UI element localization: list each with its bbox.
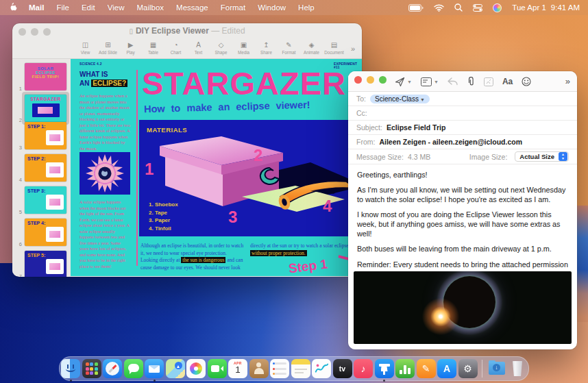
dock-icon-pages[interactable]: ✎ — [417, 359, 436, 378]
recipient-token[interactable]: Science-Class▼ — [370, 95, 430, 103]
window-controls[interactable] — [354, 76, 387, 84]
toolbar-view-button[interactable]: ◫View — [74, 42, 97, 55]
active-app-name[interactable]: Mail — [29, 3, 44, 12]
to-field[interactable]: To: Science-Class▼ — [348, 92, 577, 106]
dock-icon-facetime[interactable] — [208, 359, 227, 378]
minimize-button[interactable] — [367, 76, 374, 84]
dock-icon-reminders[interactable] — [270, 359, 289, 378]
slide-number: 4 — [15, 177, 22, 183]
close-button[interactable] — [19, 28, 26, 36]
send-chevron-icon[interactable]: ▼ — [407, 79, 412, 84]
slide-canvas[interactable]: SCIENCE 4.2 EXPERIMENT #11 WHAT IS AN EC… — [71, 59, 362, 276]
menu-item-file[interactable]: File — [56, 3, 69, 12]
more-toolbar-icon[interactable]: » — [565, 76, 570, 86]
minimize-button[interactable] — [31, 28, 38, 36]
slide-thumbnail-5[interactable]: STEP 3: — [25, 186, 66, 214]
battery-icon[interactable] — [408, 4, 424, 12]
slide-thumbnail-4[interactable]: STEP 2: — [25, 154, 66, 182]
window-controls[interactable] — [19, 28, 51, 36]
dock-icon-trash[interactable] — [508, 359, 527, 378]
dock-icon-safari[interactable] — [103, 359, 122, 378]
apple-menu-icon[interactable] — [8, 3, 18, 12]
insert-photo-icon[interactable] — [484, 77, 493, 86]
dock-icon-freeform[interactable] — [312, 359, 331, 378]
toolbar-animate-button[interactable]: ◈Animate — [300, 42, 323, 55]
dock-icon-numbers[interactable] — [395, 359, 415, 378]
recipient-chevron-icon[interactable]: ▼ — [420, 97, 425, 102]
attach-button[interactable] — [467, 77, 475, 87]
dock-icon-music[interactable]: ♪ — [354, 359, 373, 378]
toolbar-add-slide-button[interactable]: ⊞Add Slide — [97, 42, 119, 55]
menu-item-edit[interactable]: Edit — [82, 3, 95, 12]
menu-item-view[interactable]: View — [108, 3, 125, 12]
column-divider — [136, 70, 138, 266]
eclipse-photo-attachment[interactable] — [354, 271, 572, 344]
document-proxy-icon[interactable]: ▯ — [129, 27, 133, 35]
slide-navigator[interactable]: 1SOLARECLIPSEFIELD TRIP!2STARGAZER3STEP … — [12, 59, 71, 276]
menu-item-message[interactable]: Message — [176, 3, 208, 12]
shape-icon: ◇ — [210, 42, 232, 49]
dock-icon-photos[interactable] — [186, 359, 206, 378]
dock-icon-notes[interactable] — [291, 359, 310, 378]
dock-icon-messages[interactable] — [124, 359, 143, 378]
slide-thumbnail-2[interactable]: STARGAZER — [25, 95, 66, 122]
header-fields-chevron-icon[interactable]: ▼ — [434, 79, 439, 84]
reply-icon[interactable] — [448, 77, 458, 86]
emoji-button[interactable] — [522, 77, 531, 86]
from-field[interactable]: From: Aileen Zeigen - aileen.zeigen@iclo… — [348, 135, 577, 149]
menu-bar-clock[interactable]: Tue Apr 1 9:41 AM — [512, 3, 580, 12]
toolbar-table-button[interactable]: ▦Table — [142, 42, 164, 55]
eclipse-flare — [417, 293, 465, 341]
running-indicator — [70, 380, 72, 382]
zoom-button[interactable] — [379, 76, 387, 84]
dock-icon-maps[interactable] — [166, 359, 185, 378]
toolbar-media-button[interactable]: ▣Media — [232, 42, 255, 55]
menu-item-mailbox[interactable]: Mailbox — [136, 3, 164, 12]
slide-thumbnail-6[interactable]: STEP 4: — [25, 219, 66, 246]
menu-item-help[interactable]: Help — [298, 3, 315, 12]
subject-field[interactable]: Subject: Eclipse Field Trip — [348, 121, 577, 135]
slide-thumbnail-7[interactable]: STEP 5: — [25, 251, 66, 277]
toolbar-chart-button[interactable]: ◔Chart — [164, 42, 187, 55]
toolbar-shape-button[interactable]: ◇Shape — [210, 42, 232, 55]
dock-icon-keynote[interactable] — [375, 359, 394, 378]
material-number: 4 — [323, 197, 332, 216]
toolbar-document-button[interactable]: ▤Document — [323, 42, 345, 55]
dock-icon-finder[interactable] — [61, 359, 80, 378]
toolbar-text-button[interactable]: AText — [187, 42, 210, 55]
toolbar-share-button[interactable]: ↥Share — [255, 42, 278, 55]
dock-icon-settings[interactable]: ⚙ — [458, 359, 478, 378]
dock-icon-downloads[interactable]: ↓ — [487, 359, 506, 378]
zoom-button[interactable] — [43, 28, 51, 36]
menu-item-format[interactable]: Format — [221, 3, 245, 12]
header-fields-button[interactable]: ▼ — [421, 77, 439, 86]
image-size-select[interactable]: Actual Size▲▼ — [515, 151, 569, 162]
dock-icon-appstore[interactable]: A — [437, 359, 456, 378]
materials-box: MATERIALS 1. Shoebox2. Tape3. Paper4. Ti… — [139, 120, 362, 236]
eclipse-paragraph: An eclipse happens when a moon or planet… — [79, 93, 130, 151]
cc-field[interactable]: Cc: — [348, 106, 577, 121]
send-button[interactable]: ▼ — [395, 77, 412, 87]
search-icon[interactable] — [454, 3, 463, 12]
format-button[interactable]: Aa — [502, 77, 513, 86]
keynote-titlebar[interactable]: ▯DIY Eclipse Viewer — Edited — [12, 23, 362, 38]
siri-icon[interactable] — [493, 3, 502, 12]
slide-thumbnail-1[interactable]: SOLARECLIPSEFIELD TRIP! — [25, 63, 66, 90]
dock-icon-contacts[interactable] — [249, 359, 269, 378]
menu-item-window[interactable]: Window — [258, 3, 286, 12]
caution-text-col2: directly at the sun or try to watch a so… — [250, 243, 362, 257]
dock-icon-mail[interactable] — [145, 359, 164, 378]
slide-thumbnail-3[interactable]: STEP 1: — [25, 122, 66, 149]
control-center-icon[interactable] — [473, 4, 482, 12]
science-tag: SCIENCE 4.2 — [79, 62, 102, 66]
toolbar-play-button[interactable]: ▶Play — [119, 42, 142, 55]
toolbar-overflow-icon[interactable]: » — [351, 45, 355, 53]
toolbar-format-button[interactable]: ✎Format — [278, 42, 300, 55]
wifi-icon[interactable] — [434, 4, 444, 12]
dock-icon-appletv[interactable]: tv — [333, 359, 352, 378]
dock-icon-calendar[interactable]: APR1 — [228, 359, 247, 378]
close-button[interactable] — [354, 76, 362, 84]
chart-icon: ◔ — [164, 42, 187, 49]
slide-title: STARGAZER — [142, 64, 346, 102]
dock-icon-launchpad[interactable] — [82, 359, 101, 378]
